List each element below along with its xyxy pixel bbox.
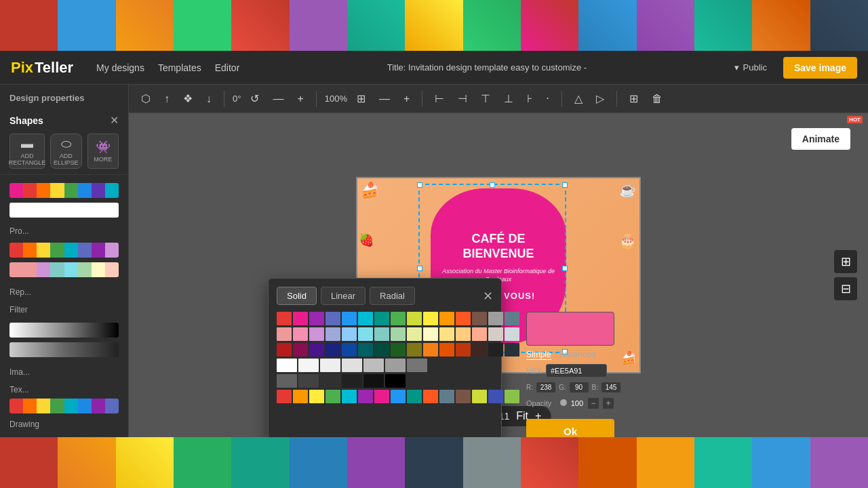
palette-row-gray-1[interactable]: [9, 323, 119, 338]
swatch-r2-1[interactable]: [277, 327, 292, 341]
toolbar-arrange-btn[interactable]: ❖: [179, 89, 197, 108]
swatch-r2-4[interactable]: [326, 327, 340, 341]
toolbar-align-top[interactable]: ⊥: [500, 89, 517, 108]
swatch-r3-6[interactable]: [358, 343, 373, 357]
swatch-b-14[interactable]: [488, 390, 503, 403]
toolbar-align-center-h[interactable]: ⊣: [454, 89, 471, 108]
nav-my-designs[interactable]: My designs: [96, 62, 144, 73]
swatch-r2-10[interactable]: [423, 327, 438, 341]
swatch-r2-3[interactable]: [309, 327, 324, 341]
swatch-g1-2[interactable]: [298, 359, 319, 372]
animate-button[interactable]: Animate: [791, 128, 850, 150]
advanced-tab[interactable]: Advanced: [559, 350, 595, 360]
sidebar-properties-label[interactable]: Pro...: [9, 222, 119, 240]
canvas-collapse-button[interactable]: ⊟: [834, 277, 857, 300]
swatch-b-5[interactable]: [342, 390, 357, 403]
toolbar-plus-zoom[interactable]: +: [399, 90, 414, 108]
swatch-r3-14[interactable]: [488, 343, 503, 357]
swatch-g1-1[interactable]: [277, 359, 297, 372]
color-preview[interactable]: [526, 312, 614, 346]
toolbar-down-btn[interactable]: ↓: [202, 90, 216, 108]
swatch-b-7[interactable]: [374, 390, 389, 403]
swatch-g1-4[interactable]: [342, 359, 362, 372]
swatch-g2-5[interactable]: [363, 374, 384, 388]
swatch-deep-orange[interactable]: [456, 312, 471, 325]
toolbar-up-btn[interactable]: ↑: [160, 90, 174, 108]
swatch-r3-5[interactable]: [342, 343, 357, 357]
opacity-plus-button[interactable]: +: [602, 397, 614, 409]
palette-row-1[interactable]: [9, 183, 119, 198]
swatch-b-11[interactable]: [439, 390, 454, 403]
b-input[interactable]: [601, 382, 621, 393]
sidebar-repeat-label[interactable]: Rep...: [9, 283, 119, 301]
swatch-r2-11[interactable]: [439, 327, 454, 341]
swatch-g2-1[interactable]: [277, 374, 297, 388]
nav-templates[interactable]: Templates: [158, 62, 201, 73]
swatch-r3-8[interactable]: [391, 343, 406, 357]
swatch-b-4[interactable]: [326, 390, 340, 403]
swatch-r2-12[interactable]: [456, 327, 471, 341]
swatch-b-10[interactable]: [423, 390, 438, 403]
palette-row-2[interactable]: [9, 203, 119, 218]
swatch-r3-11[interactable]: [439, 343, 454, 357]
swatch-r2-8[interactable]: [391, 327, 406, 341]
swatch-r3-13[interactable]: [472, 343, 487, 357]
toolbar-delete-btn[interactable]: 🗑: [648, 90, 667, 108]
toolbar-align-center-v[interactable]: ⊦: [523, 89, 536, 108]
swatch-b-15[interactable]: [505, 390, 519, 403]
swatch-brown[interactable]: [472, 312, 487, 325]
swatch-r3-10[interactable]: [423, 343, 438, 357]
toolbar-flip-h[interactable]: △: [570, 89, 587, 108]
swatch-green[interactable]: [391, 312, 406, 325]
swatch-blue-gray[interactable]: [505, 312, 519, 325]
swatch-g1-7[interactable]: [407, 359, 427, 372]
swatch-red[interactable]: [277, 312, 292, 325]
toolbar-minus-btn[interactable]: —: [269, 90, 288, 108]
swatch-orange[interactable]: [439, 312, 454, 325]
handle-tr[interactable]: [562, 182, 568, 188]
hex-input[interactable]: [546, 364, 607, 378]
swatch-lime[interactable]: [407, 312, 422, 325]
swatch-r2-14[interactable]: [488, 327, 503, 341]
swatch-b-13[interactable]: [472, 390, 487, 403]
palette-row-4[interactable]: [9, 262, 119, 277]
swatch-deep-purple[interactable]: [326, 312, 340, 325]
swatch-r2-2[interactable]: [293, 327, 308, 341]
toolbar-expand-btn[interactable]: ⊞: [625, 89, 642, 108]
sidebar-filter-label[interactable]: Filter: [9, 301, 119, 319]
toolbar-grid-btn[interactable]: ⊞: [353, 89, 370, 108]
swatch-yellow[interactable]: [423, 312, 438, 325]
toolbar-plus-btn[interactable]: +: [293, 90, 307, 108]
save-image-button[interactable]: Save image: [783, 57, 857, 79]
swatch-blue[interactable]: [342, 312, 357, 325]
palette-row-gray-2[interactable]: [9, 342, 119, 357]
toolbar-align-left[interactable]: ⊢: [431, 89, 448, 108]
swatch-g2-2[interactable]: [298, 374, 319, 388]
swatch-r3-12[interactable]: [456, 343, 471, 357]
toolbar-shape-btn[interactable]: ⬡: [137, 89, 155, 108]
swatch-r3-15[interactable]: [505, 343, 519, 357]
linear-tab[interactable]: Linear: [321, 287, 366, 305]
swatch-cyan[interactable]: [358, 312, 373, 325]
logo[interactable]: PixTeller: [11, 59, 73, 77]
solid-tab[interactable]: Solid: [277, 287, 317, 305]
handle-tc[interactable]: [490, 182, 495, 188]
swatch-b-9[interactable]: [407, 390, 422, 403]
sidebar-text-label[interactable]: Tex...: [9, 381, 119, 399]
ok-button[interactable]: Ok: [526, 419, 614, 437]
swatch-b-8[interactable]: [391, 390, 406, 403]
add-rectangle-button[interactable]: ▬ ADD RECTANGLE: [9, 134, 45, 169]
toolbar-rotate-left[interactable]: ↺: [246, 89, 263, 108]
toolbar-align-bottom[interactable]: ⋅: [542, 89, 553, 108]
toolbar-minus-zoom[interactable]: —: [375, 90, 394, 108]
swatch-b-6[interactable]: [358, 390, 373, 403]
swatch-r3-3[interactable]: [309, 343, 324, 357]
palette-row-5[interactable]: [9, 399, 119, 413]
radial-tab[interactable]: Radial: [370, 287, 415, 305]
swatch-g2-4[interactable]: [342, 374, 362, 388]
swatch-r3-1[interactable]: [277, 343, 292, 357]
add-ellipse-button[interactable]: ⬭ ADD ELLIPSE: [50, 134, 82, 169]
handle-tl[interactable]: [417, 182, 422, 188]
swatch-teal[interactable]: [374, 312, 389, 325]
swatch-r2-15[interactable]: [505, 327, 519, 341]
